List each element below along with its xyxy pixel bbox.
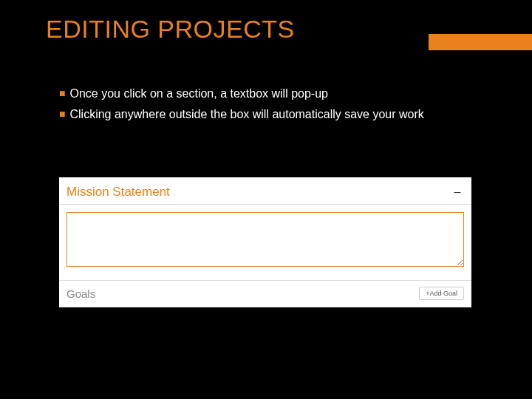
mission-section-header: Mission Statement – <box>59 177 471 205</box>
bullet-icon: ■ <box>59 84 65 103</box>
list-item: ■ Once you click on a section, a textbox… <box>59 84 424 103</box>
bullet-icon: ■ <box>59 105 65 123</box>
list-item: ■ Clicking anywhere outside the box will… <box>59 105 424 124</box>
mission-label: Mission Statement <box>66 185 170 200</box>
collapse-icon[interactable]: – <box>451 185 464 199</box>
accent-bar <box>429 34 532 50</box>
bullet-text: Once you click on a section, a textbox w… <box>69 84 328 103</box>
slide-title: EDITING PROJECTS <box>46 15 295 44</box>
bullet-list: ■ Once you click on a section, a textbox… <box>59 84 424 125</box>
mission-textarea[interactable] <box>66 212 464 267</box>
embedded-form: Mission Statement – Goals +Add Goal <box>59 177 471 307</box>
goals-section-header: Goals +Add Goal <box>59 281 471 307</box>
textarea-container <box>59 205 471 281</box>
add-goal-button[interactable]: +Add Goal <box>419 287 464 300</box>
bullet-text: Clicking anywhere outside the box will a… <box>69 105 423 124</box>
goals-label: Goals <box>66 287 95 300</box>
